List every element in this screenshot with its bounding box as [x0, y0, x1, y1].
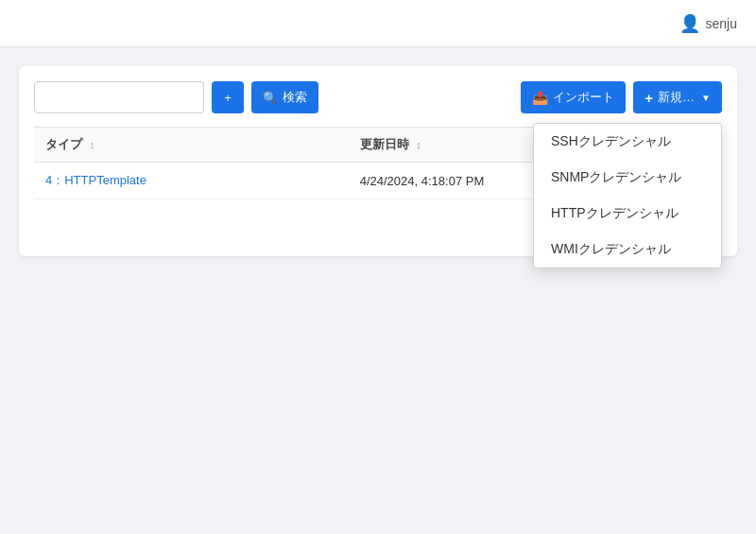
chevron-down-icon: ▼ [701, 93, 711, 103]
dropdown-item-http[interactable]: HTTPクレデンシャル [534, 196, 721, 232]
import-button[interactable]: 📤 インポート [521, 81, 626, 113]
search-input[interactable] [34, 81, 204, 113]
sort-icon-updated[interactable]: ↕ [416, 139, 421, 150]
toolbar: + 🔍 検索 📤 インポート + 新規… ▼ [34, 81, 722, 113]
col-updated-label: 更新日時 [360, 137, 409, 151]
add-button[interactable]: + [212, 81, 244, 113]
new-button[interactable]: + 新規… ▼ [633, 81, 722, 113]
dropdown-item-wmi[interactable]: WMIクレデンシャル [534, 232, 721, 267]
search-icon: 🔍 [263, 91, 278, 105]
topbar: 👤 senju [0, 0, 756, 47]
toolbar-left: + 🔍 検索 [34, 81, 318, 113]
sort-icon-type[interactable]: ↕ [90, 139, 95, 150]
user-menu[interactable]: 👤 senju [679, 13, 737, 34]
type-link[interactable]: 4：HTTPTemplate [45, 173, 146, 187]
plus-new-icon: + [644, 90, 653, 106]
new-dropdown-menu: SSHクレデンシャル SNMPクレデンシャル HTTPクレデンシャル WMIクレ… [533, 123, 722, 268]
dropdown-item-ssh[interactable]: SSHクレデンシャル [534, 124, 721, 160]
import-icon: 📤 [532, 90, 548, 105]
main-card: + 🔍 検索 📤 インポート + 新規… ▼ [19, 66, 737, 256]
search-button[interactable]: 🔍 検索 [251, 81, 318, 113]
cell-type: 4：HTTPTemplate [34, 163, 349, 199]
username-label: senju [706, 16, 737, 31]
import-label: インポート [553, 89, 614, 106]
content-area: + 🔍 検索 📤 インポート + 新規… ▼ [0, 47, 756, 275]
col-header-type: タイプ ↕ [34, 128, 349, 163]
col-type-label: タイプ [45, 137, 82, 151]
plus-icon: + [224, 91, 232, 105]
dropdown-item-snmp[interactable]: SNMPクレデンシャル [534, 160, 721, 196]
toolbar-right: 📤 インポート + 新規… ▼ SSHクレデンシャル SNMPクレデンシャル H… [521, 81, 722, 113]
user-icon: 👤 [679, 13, 700, 34]
search-label: 検索 [283, 89, 307, 106]
new-label: 新規… [658, 89, 695, 106]
